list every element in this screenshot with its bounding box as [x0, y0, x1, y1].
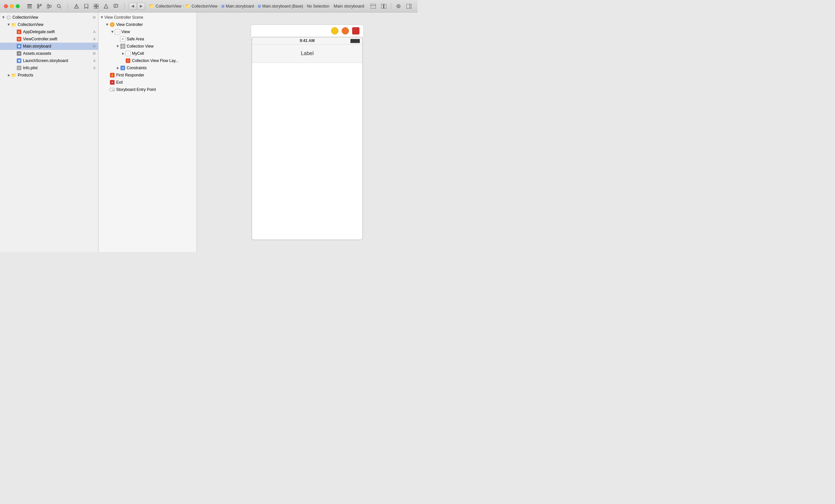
tree-item-assets[interactable]: ◈ Assets.xcassets M — [0, 50, 98, 57]
svg-rect-24 — [114, 4, 118, 7]
project-nav-icon[interactable] — [25, 2, 34, 10]
outline-constraints[interactable]: ▶ ⊞ Constraints — [99, 64, 197, 71]
outline-first-responder[interactable]: ⚡ First Responder — [99, 71, 197, 79]
outline-entry-point[interactable]: Storyboard Entry Point — [99, 86, 197, 93]
svg-rect-30 — [381, 4, 383, 8]
breadcrumb-sep-3: › — [256, 4, 256, 8]
outline-label-exit: Exit — [116, 80, 194, 85]
outline-cv-flow[interactable]: ≡ Collection View Flow Lay... — [99, 57, 197, 64]
mockup-btn-yellow[interactable] — [331, 27, 339, 35]
outline-label-entry-point: Storyboard Entry Point — [116, 87, 194, 92]
collection-view-icon — [120, 44, 125, 49]
title-bar: ◀ ▶ 📁 CollectionView › 📁 CollectionView … — [0, 0, 418, 13]
debug-icon[interactable] — [394, 2, 403, 10]
outline-vc-scene[interactable]: ▶ View Controller Scene — [99, 14, 197, 21]
outline-vc[interactable]: ▶ V View Controller — [99, 21, 197, 28]
breadcrumb-item-2[interactable]: 📁 CollectionView — [185, 4, 218, 8]
outline-arrow-constraints: ▶ — [116, 66, 120, 70]
outline-tree: ▶ View Controller Scene ▶ V View Control… — [99, 13, 197, 94]
panel-toggle-icon[interactable] — [404, 2, 413, 10]
breadcrumb-item-1[interactable]: 📁 CollectionView — [149, 4, 182, 8]
outline-view[interactable]: ▶ □ View — [99, 28, 197, 36]
tree-arrow-products: ▶ — [6, 73, 11, 78]
svg-rect-10 — [49, 5, 52, 7]
folder-icon-products: 📁 — [11, 72, 16, 78]
assets-icon: ◈ — [16, 51, 22, 56]
tree-item-appdelegate[interactable]: S AppDelegate.swift A — [0, 28, 98, 36]
tree-item-collectionview-sub[interactable]: ▶ 📁 CollectionView — [0, 21, 98, 28]
outline-exit[interactable]: ✕ Exit — [99, 79, 197, 86]
forward-button[interactable]: ▶ — [137, 3, 145, 10]
mockup-btn-red[interactable] — [352, 27, 360, 35]
tree-label-infoplist: Info.plist — [23, 66, 92, 70]
svg-rect-2 — [27, 7, 32, 8]
svg-point-13 — [57, 4, 60, 7]
iphone-status-bar: 9:41 AM ████ — [252, 37, 362, 45]
iphone-nav-label: Label — [301, 50, 313, 57]
source-control-icon[interactable] — [35, 2, 44, 10]
toolbar-icons-left — [25, 2, 64, 10]
breadcrumb: 📁 CollectionView › 📁 CollectionView › ▦ … — [149, 4, 329, 8]
mockup-btn-orange[interactable] — [342, 27, 349, 35]
title-text: Main storyboard — [333, 4, 364, 8]
vc-icon: V — [109, 22, 115, 27]
tree-badge-infoplist: A — [93, 66, 96, 70]
bookmark-icon[interactable] — [82, 2, 91, 10]
tree-item-viewcontroller[interactable]: S ViewController.swift A — [0, 36, 98, 43]
tree-item-launchscreen[interactable]: ▦ LaunchScreen.storyboard A — [0, 57, 98, 64]
mycell-icon: □ — [125, 51, 130, 56]
outline-arrow-vc: ▶ — [105, 22, 109, 27]
tree-item-collectionview-root[interactable]: ▶ ⬡ CollectionView M — [0, 14, 98, 21]
close-button[interactable] — [4, 4, 8, 8]
tree-label-viewcontroller: ViewController.swift — [23, 37, 92, 41]
folder-icon-sub: 📁 — [11, 22, 16, 27]
svg-rect-1 — [27, 6, 32, 6]
outline-label-view: View — [121, 29, 194, 34]
outline-label-safe-area: Safe Area — [127, 37, 194, 41]
grid-icon[interactable] — [91, 2, 101, 10]
outline-label-mycell: MyCell — [132, 51, 194, 56]
tree-item-infoplist[interactable]: P Info.plist A — [0, 64, 98, 71]
editor-standard-icon[interactable] — [369, 2, 378, 10]
traffic-lights — [4, 4, 20, 8]
breadcrumb-sep-2: › — [219, 4, 220, 8]
back-button[interactable]: ◀ — [129, 3, 137, 10]
outline-safe-area[interactable]: ⊞ Safe Area — [99, 36, 197, 43]
mockup-toolbar-row — [251, 25, 364, 37]
tree-badge-launchscreen: A — [93, 59, 96, 63]
breadcrumb-item-5: No Selection — [307, 4, 329, 8]
iphone-time: 9:41 AM — [300, 38, 315, 43]
folder-group-icon: ⬡ — [6, 15, 11, 20]
separator-3 — [391, 3, 391, 9]
tree-badge-viewcontroller: A — [93, 37, 96, 41]
svg-marker-27 — [115, 7, 116, 8]
tree-item-mainstoryboard[interactable]: ▦ Main.storyboard R — [0, 43, 98, 50]
svg-rect-8 — [47, 4, 48, 5]
svg-rect-9 — [47, 7, 48, 8]
outline-collection-view[interactable]: ▶ Collection View — [99, 43, 197, 50]
warning-icon[interactable] — [72, 2, 81, 10]
flow-layout-icon: ≡ — [125, 58, 130, 63]
hierarchical-icon[interactable] — [45, 2, 54, 10]
minimize-button[interactable] — [10, 4, 14, 8]
tree-item-products[interactable]: ▶ 📁 Products — [0, 71, 98, 79]
svg-rect-0 — [27, 4, 32, 5]
chat-icon[interactable] — [111, 2, 120, 10]
shape-icon[interactable] — [101, 2, 110, 10]
svg-rect-35 — [406, 4, 412, 8]
nav-arrows: ◀ ▶ — [129, 3, 145, 10]
search-icon[interactable] — [55, 2, 64, 10]
svg-point-17 — [76, 7, 77, 7]
tree-label-assets: Assets.xcassets — [23, 51, 91, 56]
breadcrumb-item-4[interactable]: ▦ Main.storyboard (Base) — [258, 4, 303, 8]
breadcrumb-label-4: Main.storyboard (Base) — [262, 4, 303, 8]
breadcrumb-item-3[interactable]: ▦ Main.storyboard — [221, 4, 254, 8]
outline-arrow-cv: ▶ — [116, 44, 120, 48]
outline-mycell[interactable]: ▶ □ MyCell — [99, 50, 197, 57]
breadcrumb-sep-1: › — [183, 4, 184, 8]
svg-rect-20 — [97, 4, 99, 6]
editor-assistant-icon[interactable] — [379, 2, 388, 10]
maximize-button[interactable] — [16, 4, 20, 8]
view-icon: □ — [115, 29, 120, 35]
tree-badge-root: M — [93, 16, 96, 19]
